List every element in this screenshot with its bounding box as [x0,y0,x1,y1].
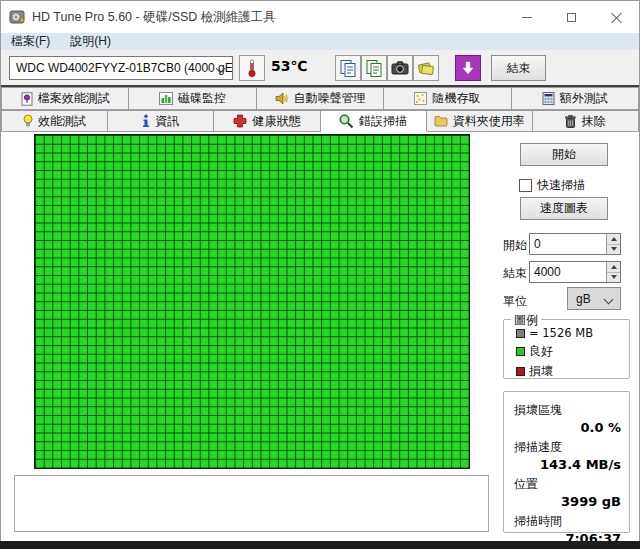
legend-bad: 損壞 [516,363,593,380]
info-icon [142,114,150,128]
tab-label: 資料夾使用率 [453,113,525,130]
tab-label: 磁碟監控 [178,90,226,107]
camera-icon [391,61,409,75]
bad-label: 損壞 [529,363,553,380]
drive-select[interactable]: WDC WD4002FYYZ-01B7CB0 (4000 gE [9,56,233,80]
position-label: 位置 [514,476,621,493]
tab-label: 健康狀態 [252,113,300,130]
block-size-text: = 1526 MB [529,326,593,340]
menu-help[interactable]: 說明(H) [60,33,121,50]
notes-icon [417,60,435,76]
quick-scan-row: 快速掃描 [519,177,585,194]
tab-health[interactable]: 健康狀態 [214,110,320,132]
notes-button[interactable] [413,55,439,81]
download-arrow-icon [461,61,475,75]
magnifier-icon [339,114,354,129]
unit-select[interactable]: gB [567,287,621,310]
legend-group: 圖例 = 1526 MB 良好 損壞 [503,319,630,379]
speed-map-label: 速度圖表 [540,200,588,217]
damaged-blocks-label: 損壞區塊 [514,402,621,419]
stats-group: 損壞區塊 0.0 % 掃描速度 143.4 MB/s 位置 3999 gB 掃描… [503,391,630,533]
chevron-down-icon [604,295,614,305]
extra-tests-icon [542,92,555,105]
minimize-icon [522,17,532,18]
screenshot-button[interactable] [387,55,413,81]
end-position-spinner [606,262,620,282]
maximize-button[interactable] [549,1,594,33]
triangle-up-icon [611,265,617,269]
tab-label: 隨機存取 [432,90,480,107]
temperature-value: 53℃ [271,58,307,74]
tab-info[interactable]: 資訊 [108,110,214,132]
unit-label: 單位 [503,293,527,310]
tab-file-benchmark[interactable]: 檔案效能測試 [1,87,129,110]
legend-good: 良好 [516,343,593,360]
quick-scan-checkbox[interactable] [519,179,532,192]
tab-label: 抹除 [581,113,605,130]
block-swatch [516,329,525,338]
maximize-icon [567,13,576,22]
menu-file[interactable]: 檔案(F) [1,33,60,50]
tab-label: 額外測試 [560,90,608,107]
tab-error-scan[interactable]: 錯誤掃描 [321,110,427,132]
tab-row-bottom: 效能測試 資訊 健康狀態 錯誤掃描 資料夾使用率 [1,110,639,132]
window-controls [504,1,639,33]
quick-scan-label: 快速掃描 [537,177,585,194]
spin-down-button[interactable] [607,245,620,255]
spin-up-button[interactable] [607,262,620,273]
speed-map-button[interactable]: 速度圖表 [520,197,608,220]
drive-select-value: WDC WD4002FYYZ-01B7CB0 (4000 gE [16,61,233,75]
exit-button[interactable]: 結束 [491,55,546,81]
tab-aam[interactable]: 自動噪聲管理 [257,87,384,110]
tab-label: 效能測試 [38,113,86,130]
scan-grid [34,134,470,469]
start-scan-button[interactable]: 開始 [520,143,608,166]
triangle-down-icon [611,247,617,251]
start-scan-label: 開始 [552,146,576,163]
random-access-icon [414,92,427,105]
copy-icon [339,59,357,77]
scan-speed-value: 143.4 MB/s [514,457,621,472]
speaker-icon [275,92,289,105]
position-value: 3999 gB [514,494,621,509]
window-title: HD Tune Pro 5.60 - 硬碟/SSD 檢測維護工具 [32,1,276,33]
copy-text-button[interactable] [361,55,387,81]
tab-folder-usage[interactable]: 資料夾使用率 [427,110,533,132]
spin-up-button[interactable] [607,234,620,245]
update-download-button[interactable] [455,55,481,81]
menubar: 檔案(F) 說明(H) [1,33,639,50]
scan-speed-label: 掃描速度 [514,439,621,456]
disk-monitor-icon [159,92,173,105]
hdtune-window: HD Tune Pro 5.60 - 硬碟/SSD 檢測維護工具 檔案(F) 說… [0,0,640,541]
start-position-input[interactable] [530,234,606,254]
tab-label: 檔案效能測試 [38,90,110,107]
minimize-button[interactable] [504,1,549,33]
end-position-label: 結束 [503,265,527,282]
copy-button[interactable] [335,55,361,81]
unit-select-value: gB [576,292,591,306]
triangle-up-icon [611,237,617,241]
end-position-field [529,261,621,283]
bad-swatch [516,367,525,376]
start-position-field [529,233,621,255]
scan-time-label: 掃描時間 [514,513,621,530]
spin-down-button[interactable] [607,273,620,283]
tab-disk-monitor[interactable]: 磁碟監控 [129,87,256,110]
tab-random-access[interactable]: 隨機存取 [384,87,511,110]
tab-label: 自動噪聲管理 [294,90,366,107]
tab-benchmark[interactable]: 效能測試 [1,110,108,132]
close-button[interactable] [594,1,639,33]
lightbulb-icon [23,114,33,128]
temperature-button[interactable] [239,55,265,81]
tab-label: 錯誤掃描 [359,113,407,130]
tab-erase[interactable]: 抹除 [533,110,639,132]
folder-icon [434,115,448,127]
good-swatch [516,347,525,356]
titlebar: HD Tune Pro 5.60 - 硬碟/SSD 檢測維護工具 [1,1,639,33]
end-position-input[interactable] [530,262,606,282]
thermometer-icon [246,58,258,78]
tab-extra-tests[interactable]: 額外測試 [512,87,639,110]
tab-row-top: 檔案效能測試 磁碟監控 自動噪聲管理 隨機存取 額外測試 [1,87,639,110]
legend-block-size: = 1526 MB [516,326,593,340]
speed-map-box [14,475,489,532]
